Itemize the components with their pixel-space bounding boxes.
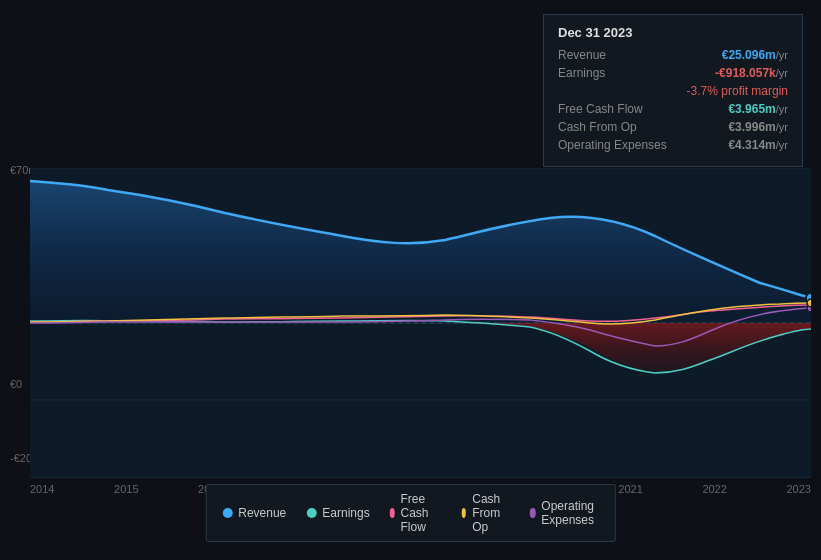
x-label-2022: 2022 [702,483,726,495]
main-chart [30,168,811,478]
legend-opex-dot [530,508,535,518]
legend-fcf-dot [390,508,395,518]
legend-earnings-dot [306,508,316,518]
legend-revenue-label: Revenue [238,506,286,520]
tooltip-fcf-label: Free Cash Flow [558,102,643,116]
legend-earnings-label: Earnings [322,506,369,520]
legend-cashop-label: Cash From Op [472,492,510,534]
tooltip-margin-value: -3.7% profit margin [687,84,788,98]
legend-earnings[interactable]: Earnings [306,492,369,534]
tooltip-date: Dec 31 2023 [558,25,788,40]
legend-fcf-label: Free Cash Flow [401,492,442,534]
tooltip-revenue-label: Revenue [558,48,606,62]
legend-revenue-dot [222,508,232,518]
tooltip-margin-row: -3.7% profit margin [558,84,788,98]
tooltip-fcf-value: €3.965m/yr [728,102,788,116]
tooltip-earnings-label: Earnings [558,66,605,80]
tooltip-revenue-value: €25.096m/yr [722,48,788,62]
legend-opex-label: Operating Expenses [541,499,598,527]
tooltip-fcf-row: Free Cash Flow €3.965m/yr [558,102,788,116]
tooltip-earnings-value: -€918.057k/yr [715,66,788,80]
x-label-2014: 2014 [30,483,54,495]
legend-cashop-dot [461,508,466,518]
chart-legend: Revenue Earnings Free Cash Flow Cash Fro… [205,484,616,542]
legend-opex[interactable]: Operating Expenses [530,492,599,534]
svg-point-8 [807,299,811,307]
tooltip-opex-row: Operating Expenses €4.314m/yr [558,138,788,152]
tooltip-opex-value: €4.314m/yr [728,138,788,152]
tooltip-opex-label: Operating Expenses [558,138,667,152]
legend-cashop[interactable]: Cash From Op [461,492,510,534]
tooltip-panel: Dec 31 2023 Revenue €25.096m/yr Earnings… [543,14,803,167]
tooltip-cashop-value: €3.996m/yr [728,120,788,134]
tooltip-revenue-row: Revenue €25.096m/yr [558,48,788,62]
tooltip-cashop-row: Cash From Op €3.996m/yr [558,120,788,134]
legend-revenue[interactable]: Revenue [222,492,286,534]
y-label-mid: €0 [10,378,22,390]
tooltip-cashop-label: Cash From Op [558,120,637,134]
x-label-2015: 2015 [114,483,138,495]
x-label-2021: 2021 [618,483,642,495]
tooltip-earnings-row: Earnings -€918.057k/yr [558,66,788,80]
x-label-2023: 2023 [786,483,810,495]
legend-fcf[interactable]: Free Cash Flow [390,492,442,534]
